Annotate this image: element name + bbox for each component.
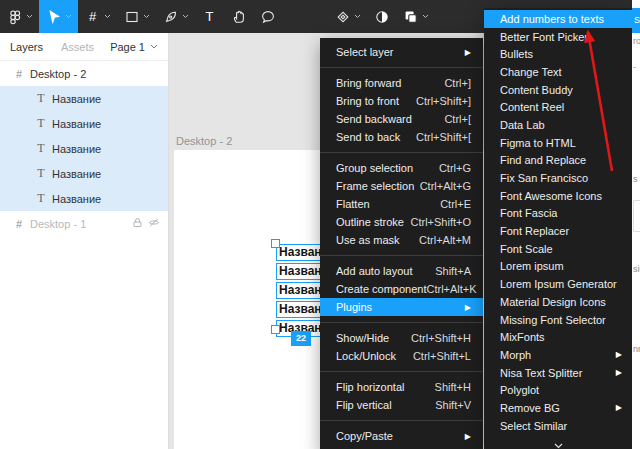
hand-tool-button[interactable] — [224, 0, 253, 33]
plugin-item-fix-san-francisco[interactable]: Fix San Francisco — [484, 169, 632, 187]
figma-menu-button[interactable] — [0, 0, 39, 33]
plugin-item-select-similar[interactable]: Select Similar — [484, 417, 632, 435]
menu-item-use-as-mask[interactable]: Use as maskCtrl+Alt+M — [320, 231, 483, 249]
menu-item-label: Lock/Unlock — [336, 350, 413, 362]
panel-text-fragment: s — [633, 174, 640, 184]
scroll-more-chevron-icon[interactable] — [484, 440, 632, 449]
plugin-item-content-buddy[interactable]: Content Buddy — [484, 81, 632, 99]
plugin-item-label: Font Replacer — [500, 225, 622, 237]
layer-row-frame[interactable]: #Desktop - 2 — [0, 61, 168, 86]
plugin-item-material-design-icons[interactable]: Material Design Icons — [484, 293, 632, 311]
menu-item-shortcut: Ctrl+] — [444, 77, 471, 89]
menu-item-flip-horizontal[interactable]: Flip horizontalShift+H — [320, 378, 483, 396]
plugin-item-figma-to-html[interactable]: Figma to HTML — [484, 134, 632, 152]
chevron-down-icon — [143, 14, 150, 19]
submenu-arrow-icon: ▶ — [465, 432, 471, 441]
page-selector[interactable]: Page 1 — [110, 41, 158, 53]
plugin-item-label: Nisa Text Splitter — [500, 367, 610, 379]
chevron-down-icon — [182, 14, 189, 19]
selection-handle-bottom-left[interactable] — [271, 325, 280, 334]
plugin-item-font-awesome-icons[interactable]: Font Awesome Icons — [484, 187, 632, 205]
text-layer-icon: T — [30, 116, 52, 131]
menu-item-bring-to-front[interactable]: Bring to frontCtrl+Shift+] — [320, 92, 483, 110]
plugin-item-bullets[interactable]: Bullets — [484, 45, 632, 63]
text-tool-button[interactable]: T — [195, 0, 224, 33]
shape-tool-button[interactable] — [117, 0, 156, 33]
plugin-item-data-lab[interactable]: Data Lab — [484, 116, 632, 134]
plugin-item-change-text[interactable]: Change Text — [484, 63, 632, 81]
eye-hidden-icon[interactable] — [148, 217, 160, 230]
plugin-item-lorem-ipsum-generator[interactable]: Lorem Ipsum Generator — [484, 275, 632, 293]
menu-separator — [320, 152, 483, 153]
comment-tool-button[interactable] — [253, 0, 282, 33]
menu-item-bring-forward[interactable]: Bring forwardCtrl+] — [320, 74, 483, 92]
plugin-item-font-fascia[interactable]: Font Fascia — [484, 205, 632, 223]
layer-row-text[interactable]: TНазвание — [0, 136, 168, 161]
plugin-item-content-reel[interactable]: Content Reel — [484, 98, 632, 116]
menu-item-lock-unlock[interactable]: Lock/UnlockCtrl+Shift+L — [320, 347, 483, 365]
plugin-item-missing-font-selector[interactable]: Missing Font Selector — [484, 311, 632, 329]
frame-title-label[interactable]: Desktop - 2 — [176, 135, 232, 147]
menu-item-outline-stroke[interactable]: Outline strokeCtrl+Shift+O — [320, 213, 483, 231]
menu-item-copy-paste[interactable]: Copy/Paste▶ — [320, 427, 483, 445]
tab-layers[interactable]: Layers — [10, 41, 43, 53]
menu-item-create-component[interactable]: Create componentCtrl+Alt+K — [320, 280, 483, 298]
vector-network-button[interactable] — [328, 0, 367, 33]
plugin-item-font-replacer[interactable]: Font Replacer — [484, 222, 632, 240]
plugin-item-label: Lorem ipsum — [500, 260, 622, 272]
lock-icon[interactable] — [132, 217, 143, 230]
layer-row-text[interactable]: TНазвание — [0, 111, 168, 136]
plugin-item-lorem-ipsum[interactable]: Lorem ipsum — [484, 258, 632, 276]
plugin-item-add-numbers-to-texts[interactable]: Add numbers to texts — [484, 10, 632, 28]
layer-row-text[interactable]: TНазвание — [0, 161, 168, 186]
menu-item-shortcut: Shift+A — [435, 265, 471, 277]
plugin-item-label: Polyglot — [500, 384, 622, 396]
pen-tool-button[interactable] — [156, 0, 195, 33]
menu-item-show-hide[interactable]: Show/HideCtrl+Shift+H — [320, 329, 483, 347]
menu-item-label: Send backward — [336, 113, 444, 125]
plugin-item-morph[interactable]: Morph▶ — [484, 346, 632, 364]
submenu-arrow-icon: ▶ — [616, 350, 622, 359]
figma-app-window: #T Layers Assets Page 1 #Desktop - 2TНаз… — [0, 0, 640, 449]
menu-item-flip-vertical[interactable]: Flip verticalShift+V — [320, 396, 483, 414]
menu-item-send-to-back[interactable]: Send to backCtrl+Shift+[ — [320, 128, 483, 146]
menu-item-label: Outline stroke — [336, 216, 410, 228]
menu-item-add-auto-layout[interactable]: Add auto layoutShift+A — [320, 262, 483, 280]
mask-button[interactable] — [367, 0, 396, 33]
menu-item-group-selection[interactable]: Group selectionCtrl+G — [320, 159, 483, 177]
boolean-ops-button[interactable] — [396, 0, 435, 33]
menu-item-select-layer[interactable]: Select layer▶ — [320, 43, 483, 61]
frame-icon: # — [8, 218, 30, 230]
layer-row-text[interactable]: TНазвание — [0, 186, 168, 211]
selection-handle-top-left[interactable] — [271, 239, 280, 248]
plugin-item-remove-bg[interactable]: Remove BG▶ — [484, 399, 632, 417]
menu-item-frame-selection[interactable]: Frame selectionCtrl+Alt+G — [320, 177, 483, 195]
menu-item-flatten[interactable]: FlattenCtrl+E — [320, 195, 483, 213]
plugin-item-find-and-replace[interactable]: Find and Replace — [484, 152, 632, 170]
move-tool-button[interactable] — [39, 0, 78, 33]
menu-item-label: Select layer — [336, 46, 457, 58]
layer-row-text[interactable]: TНазвание — [0, 86, 168, 111]
menu-item-shortcut: Ctrl+Shift+H — [411, 332, 471, 344]
share-button-sliver[interactable]: S — [632, 8, 640, 33]
menu-item-label: Flip vertical — [336, 399, 435, 411]
plugin-item-polyglot[interactable]: Polyglot — [484, 381, 632, 399]
layer-label: Desktop - 1 — [30, 218, 86, 230]
tab-assets[interactable]: Assets — [61, 41, 94, 53]
vector-network-icon — [334, 8, 351, 25]
plugin-item-better-font-picker[interactable]: Better Font Picker — [484, 28, 632, 46]
menu-item-plugins[interactable]: Plugins▶ — [320, 298, 483, 316]
frame-tool-button[interactable]: # — [78, 0, 117, 33]
plugin-item-font-scale[interactable]: Font Scale — [484, 240, 632, 258]
plugin-item-mixfonts[interactable]: MixFonts — [484, 328, 632, 346]
plugin-item-label: Content Reel — [500, 101, 622, 113]
menu-item-shortcut: Shift+H — [435, 381, 471, 393]
layer-label: Название — [52, 193, 101, 205]
layer-state-icons — [132, 217, 168, 230]
layer-row-frame[interactable]: #Desktop - 1 — [0, 211, 168, 236]
menu-item-label: Add auto layout — [336, 265, 435, 277]
plugin-item-nisa-text-splitter[interactable]: Nisa Text Splitter▶ — [484, 364, 632, 382]
text-tool-icon: T — [201, 8, 218, 25]
plugins-submenu: Add numbers to textsBetter Font PickerBu… — [484, 8, 632, 449]
menu-item-send-backward[interactable]: Send backwardCtrl+[ — [320, 110, 483, 128]
